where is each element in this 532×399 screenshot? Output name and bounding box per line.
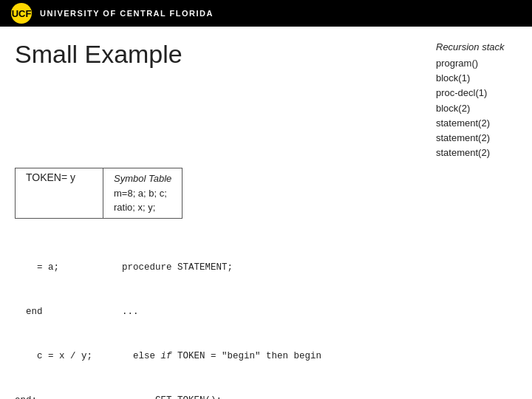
right-procedure-panel: procedure STATEMENT; ... else if TOKEN =… (122, 229, 517, 399)
info-row: TOKEN= y Symbol Table m=8; a; b; c; rati… (15, 168, 517, 219)
procedure-header: procedure STATEMENT; (122, 260, 517, 275)
recursion-stack: Recursion stack program() block(1) proc-… (436, 40, 517, 160)
token-box: TOKEN= y (15, 168, 103, 219)
left-code-line-1: end (15, 304, 122, 319)
header-bar: UCF UNIVERSITY OF CENTRAL FLORIDA (0, 0, 532, 27)
recursion-stack-item-6: statement(2) (436, 146, 517, 160)
svg-text:UCF: UCF (12, 8, 32, 19)
slide-title: Small Example (15, 40, 183, 69)
proc-line-0: else if TOKEN = "begin" then begin (122, 349, 517, 364)
left-code-line-2: c = x / y; (15, 349, 122, 364)
symbol-table-label: Symbol Table (114, 171, 171, 186)
proc-line-1: GET TOKEN(); (122, 393, 517, 399)
recursion-stack-item-4: statement(2) (436, 116, 517, 131)
recursion-stack-title: Recursion stack (436, 40, 517, 55)
symbol-table-values: m=8; a; b; c; ratio; x; y; (114, 186, 171, 215)
university-name: UNIVERSITY OF CENTRAL FLORIDA (40, 9, 214, 18)
left-code-panel: = a; end c = x / y; end; begin a = m; b … (15, 229, 122, 399)
recursion-stack-item-3: block(2) (436, 101, 517, 116)
left-code-line-3: end; (15, 393, 122, 399)
recursion-stack-item-2: proc-decl(1) (436, 86, 517, 100)
recursion-stack-item-1: block(1) (436, 71, 517, 86)
ellipsis-top: ... (122, 304, 517, 319)
ucf-logo-icon: UCF (10, 2, 33, 24)
content-area: = a; end c = x / y; end; begin a = m; b … (15, 229, 517, 399)
symbol-table-box: Symbol Table m=8; a; b; c; ratio; x; y; (103, 168, 183, 219)
recursion-stack-item-5: statement(2) (436, 131, 517, 146)
top-row: Small Example Recursion stack program() … (15, 40, 517, 160)
left-code-line-0: = a; (15, 260, 122, 275)
main-content: Small Example Recursion stack program() … (0, 27, 532, 399)
recursion-stack-item-0: program() (436, 56, 517, 71)
